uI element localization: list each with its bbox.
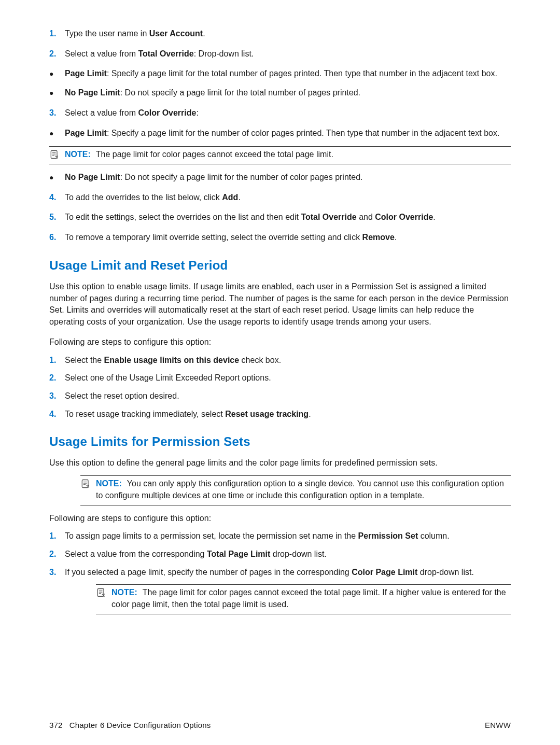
list-item-text: No Page Limit: Do not specify a page lim… bbox=[65, 87, 511, 99]
footer-right: ENWW bbox=[485, 721, 511, 729]
number-marker: 1. bbox=[49, 355, 65, 367]
section2-following: Following are steps to configure this op… bbox=[49, 513, 511, 525]
list-item: 3. Select the reset option desired. bbox=[49, 390, 511, 402]
number-marker: 4. bbox=[49, 192, 65, 204]
list-item: 2. Select a value from the corresponding… bbox=[49, 549, 511, 560]
svg-rect-2 bbox=[97, 589, 104, 597]
bullet-icon: ● bbox=[49, 172, 65, 183]
note-box: NOTE:The page limit for color pages cann… bbox=[96, 584, 511, 614]
note-icon bbox=[49, 149, 60, 160]
number-marker: 3. bbox=[49, 107, 65, 119]
bullet-block-b1: ● Page Limit: Specify a page limit for t… bbox=[49, 128, 511, 139]
number-marker: 2. bbox=[49, 48, 65, 60]
section2-intro: Use this option to define the general pa… bbox=[49, 457, 511, 469]
note-text: NOTE:The page limit for color pages cann… bbox=[65, 149, 511, 161]
section1-following: Following are steps to configure this op… bbox=[49, 336, 511, 348]
list-item: 1. To assign page limits to a permission… bbox=[49, 530, 511, 542]
list-item-text: If you selected a page limit, specify th… bbox=[65, 567, 511, 579]
list-item-text: Select a value from Total Override: Drop… bbox=[65, 48, 511, 60]
note-text: NOTE:The page limit for color pages cann… bbox=[111, 587, 511, 610]
page-footer: 372 Chapter 6 Device Configuration Optio… bbox=[49, 721, 511, 729]
steps-4-6: 4. To add the overrides to the list belo… bbox=[49, 192, 511, 244]
note-icon bbox=[96, 587, 106, 598]
list-item: 3. If you selected a page limit, specify… bbox=[49, 567, 511, 579]
number-marker: 5. bbox=[49, 212, 65, 223]
list-item-text: To edit the settings, select the overrid… bbox=[65, 212, 511, 223]
number-marker: 2. bbox=[49, 549, 65, 560]
list-item: 6. To remove a temporary limit override … bbox=[49, 232, 511, 244]
list-item-text: Select a value from the corresponding To… bbox=[65, 549, 511, 560]
list-item-text: Select a value from Color Override: bbox=[65, 107, 511, 119]
list-item: 4. To reset usage tracking immediately, … bbox=[49, 409, 511, 420]
number-marker: 3. bbox=[49, 567, 65, 579]
note-box: NOTE:You can only apply this configurati… bbox=[80, 475, 511, 505]
list-item-text: To assign page limits to a permission se… bbox=[65, 530, 511, 542]
section1-steps: 1. Select the Enable usage limits on thi… bbox=[49, 355, 511, 420]
number-marker: 6. bbox=[49, 232, 65, 244]
number-marker: 1. bbox=[49, 28, 65, 40]
list-item: 1. Type the user name in User Account. bbox=[49, 28, 511, 40]
footer-left: 372 Chapter 6 Device Configuration Optio… bbox=[49, 721, 211, 729]
steps-block-a: 1. Type the user name in User Account. 2… bbox=[49, 28, 511, 60]
svg-rect-1 bbox=[82, 480, 88, 488]
bullet-block-a: ● Page Limit: Specify a page limit for t… bbox=[49, 68, 511, 99]
bullet-icon: ● bbox=[49, 68, 65, 79]
number-marker: 3. bbox=[49, 390, 65, 402]
list-item-text: Type the user name in User Account. bbox=[65, 28, 511, 40]
list-item-text: Select one of the Usage Limit Exceeded R… bbox=[65, 372, 511, 384]
list-item-text: Page Limit: Specify a page limit for the… bbox=[65, 128, 511, 139]
list-item: 2. Select a value from Total Override: D… bbox=[49, 48, 511, 60]
number-marker: 2. bbox=[49, 372, 65, 384]
list-item-text: Select the Enable usage limits on this d… bbox=[65, 355, 511, 367]
list-item-text: No Page Limit: Do not specify a page lim… bbox=[65, 172, 511, 184]
number-marker: 1. bbox=[49, 530, 65, 542]
list-item: ● Page Limit: Specify a page limit for t… bbox=[49, 68, 511, 80]
list-item: 2. Select one of the Usage Limit Exceede… bbox=[49, 372, 511, 384]
list-item: 4. To add the overrides to the list belo… bbox=[49, 192, 511, 204]
list-item: 3. Select a value from Color Override: bbox=[49, 107, 511, 119]
section-heading-usage-limit: Usage Limit and Reset Period bbox=[49, 258, 511, 273]
list-item: ● No Page Limit: Do not specify a page l… bbox=[49, 87, 511, 99]
list-item-text: To remove a temporary limit override set… bbox=[65, 232, 511, 244]
section2-steps: 1. To assign page limits to a permission… bbox=[49, 530, 511, 578]
list-item: 1. Select the Enable usage limits on thi… bbox=[49, 355, 511, 367]
list-item: ● No Page Limit: Do not specify a page l… bbox=[49, 172, 511, 184]
svg-rect-0 bbox=[51, 151, 57, 159]
list-item-text: Page Limit: Specify a page limit for the… bbox=[65, 68, 511, 80]
list-item: 5. To edit the settings, select the over… bbox=[49, 212, 511, 223]
list-item-text: Select the reset option desired. bbox=[65, 390, 511, 402]
bullet-icon: ● bbox=[49, 128, 65, 139]
section-heading-permission-sets: Usage Limits for Permission Sets bbox=[49, 434, 511, 449]
note-icon bbox=[80, 479, 91, 489]
section1-intro: Use this option to enable usage limits. … bbox=[49, 281, 511, 328]
note-box: NOTE:The page limit for color pages cann… bbox=[49, 146, 511, 164]
note-text: NOTE:You can only apply this configurati… bbox=[96, 478, 511, 501]
bullet-block-b2: ● No Page Limit: Do not specify a page l… bbox=[49, 172, 511, 184]
list-item-text: To reset usage tracking immediately, sel… bbox=[65, 409, 511, 420]
list-item-text: To add the overrides to the list below, … bbox=[65, 192, 511, 204]
step-3: 3. Select a value from Color Override: bbox=[49, 107, 511, 119]
list-item: ● Page Limit: Specify a page limit for t… bbox=[49, 128, 511, 139]
number-marker: 4. bbox=[49, 409, 65, 420]
bullet-icon: ● bbox=[49, 87, 65, 99]
